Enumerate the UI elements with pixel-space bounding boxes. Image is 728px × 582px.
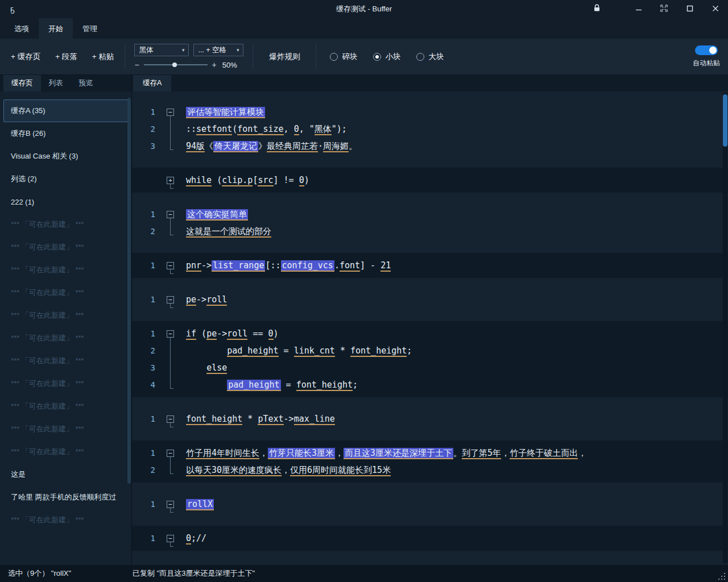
app-logo-icon: ҕ	[10, 5, 15, 14]
collapse-icon[interactable]: −	[167, 535, 174, 542]
collapse-icon[interactable]: −	[167, 109, 174, 116]
sidebar-tab[interactable]: 列表	[41, 75, 71, 92]
sidebar-tab[interactable]: 缓存页	[3, 75, 41, 92]
line-number: 2	[132, 223, 163, 240]
sidebar-item[interactable]: *** 「可在此新建」 ***	[3, 304, 128, 327]
sidebar-item[interactable]: *** 「可在此新建」 ***	[3, 418, 128, 440]
auto-paste-toggle[interactable]	[695, 45, 718, 55]
code-line[interactable]: while (clip.p[src] != 0)	[132, 172, 728, 189]
code-line[interactable]: 2这就是一个测试的部分	[132, 223, 728, 240]
chunk-radio[interactable]: 碎块	[330, 52, 357, 62]
sidebar-scrollbar[interactable]	[127, 95, 131, 544]
slider-handle[interactable]	[172, 63, 177, 67]
code-line[interactable]: 2以每天30厘米的速度疯长，仅用6周时间就能长到15米	[132, 462, 728, 479]
sidebar-item[interactable]: 缓存A (35)	[3, 99, 128, 122]
toolbar-add-button[interactable]: + 粘贴	[85, 45, 122, 68]
sidebar-item[interactable]: 了哈里 两款手机的反馈顺利度过	[3, 486, 128, 509]
lock-icon	[593, 4, 601, 14]
code-line[interactable]: 1font_height * pText->max_line	[132, 410, 728, 427]
sidebar-item[interactable]: *** 「可在此新建」 ***	[3, 236, 128, 259]
menu-tab[interactable]: 选项	[5, 18, 39, 39]
code-segment: ==	[247, 329, 268, 339]
selection-status: 选中（9个） "rollX"	[8, 568, 71, 579]
sidebar-item[interactable]: Visual Case 相关 (3)	[3, 145, 128, 168]
toolbar-add-button[interactable]: + 缓存页	[3, 45, 48, 68]
sidebar-item[interactable]: *** 「可在此新建」 ***	[3, 395, 128, 418]
code-segment: ] !=	[274, 175, 299, 185]
radio-label: 碎块	[342, 52, 357, 62]
zoom-out-button[interactable]: −	[134, 60, 139, 69]
chunk-radio[interactable]: 大块	[416, 52, 444, 62]
maximize-button[interactable]	[677, 0, 702, 18]
sidebar-scrollbar-thumb[interactable]	[127, 98, 131, 484]
code-line[interactable]: 1竹子用4年时间生长，竹芽只能长3厘米，而且这3厘米还是深埋于土下。到了第5年，…	[132, 444, 728, 462]
collapse-icon[interactable]: −	[167, 501, 174, 508]
zoom-in-button[interactable]: +	[212, 60, 217, 69]
collapse-icon[interactable]: −	[167, 211, 174, 218]
sidebar-tab[interactable]: 预览	[71, 75, 101, 92]
collapse-icon[interactable]: −	[167, 262, 174, 269]
code-line[interactable]: 394版《倚天屠龙记》最经典周芷若·周海媚。	[132, 138, 728, 155]
zoom-slider[interactable]	[144, 61, 208, 69]
collapse-icon[interactable]: −	[167, 296, 174, 304]
resize-grip[interactable]	[721, 576, 722, 577]
code-line[interactable]: 2 pad_height = link_cnt * font_height;	[132, 342, 728, 359]
code-line[interactable]: 1if (pe->roll == 0)	[132, 325, 728, 342]
sidebar-item[interactable]: 缓存B (26)	[3, 122, 128, 145]
code-segment: 最经典周芷若	[267, 141, 318, 152]
sidebar-item[interactable]: *** 「可在此新建」 ***	[3, 327, 128, 350]
minimize-button[interactable]	[626, 0, 651, 18]
code-segment: ，	[335, 448, 344, 458]
code-segment: pe	[186, 294, 196, 306]
collapse-icon[interactable]: −	[167, 450, 174, 457]
font-dropdown[interactable]: 黑体 ▾	[134, 44, 189, 56]
collapse-icon[interactable]: −	[167, 330, 174, 338]
code-line[interactable]: 1评估等智能计算模块	[132, 103, 728, 120]
sidebar-item[interactable]: 列选 (2)	[3, 168, 128, 190]
code-segment: ->	[284, 414, 294, 424]
app-window: ҕ 缓存测试 - Buffer 选项开始管理 + 缓存页+ 段落+ 粘贴	[0, 0, 728, 582]
sidebar-item[interactable]: *** 「可在此新建」 ***	[3, 509, 128, 531]
sidebar-item[interactable]: *** 「可在此新建」 ***	[3, 281, 128, 304]
toolbar-add-button[interactable]: + 段落	[48, 45, 85, 68]
line-number: 2	[132, 120, 163, 138]
fullscreen-button[interactable]	[651, 0, 677, 18]
editor-tab[interactable]: 缓存A	[133, 75, 171, 92]
menu-tab[interactable]: 管理	[73, 18, 107, 39]
sidebar-item[interactable]: *** 「可在此新建」 ***	[3, 440, 128, 463]
code-line[interactable]: 1这个确实挺简单	[132, 206, 728, 223]
auto-paste-control: 自动粘贴	[693, 45, 720, 68]
code-line[interactable]: 1rollX	[132, 496, 728, 513]
code-segment: )	[304, 175, 309, 185]
code-line[interactable]: 1pnr->list_range[::config_vcs.font] - 21	[132, 257, 728, 274]
sidebar-tabs: 缓存页列表预览	[0, 75, 131, 92]
close-button[interactable]	[702, 0, 728, 18]
sidebar-item[interactable]: *** 「可在此新建」 ***	[3, 372, 128, 395]
sidebar-item[interactable]: 这是	[3, 463, 128, 486]
code-segment: 94版	[186, 141, 205, 152]
code-line[interactable]: 10;//	[132, 530, 728, 547]
explode-rules-button[interactable]: 爆炸规则	[257, 45, 312, 68]
expand-icon[interactable]: +	[167, 177, 174, 184]
space-dropdown[interactable]: ... + 空格 ▾	[193, 44, 243, 56]
sidebar-item[interactable]: *** 「可在此新建」 ***	[3, 350, 128, 372]
radio-label: 大块	[428, 52, 444, 62]
lock-button[interactable]	[584, 0, 610, 18]
code-line[interactable]: 4 pad_height = font_height;	[132, 376, 728, 393]
collapse-icon[interactable]: −	[167, 415, 174, 423]
code-line[interactable]: 1pe->roll	[132, 291, 728, 308]
code-line[interactable]: 3 else	[132, 359, 728, 376]
radio-icon	[416, 53, 424, 61]
sidebar-item[interactable]: 222 (1)	[3, 190, 128, 213]
code-block: +while (clip.p[src] != 0)	[132, 163, 728, 197]
sidebar-item[interactable]: *** 「可在此新建」 ***	[3, 259, 128, 281]
fullscreen-icon	[660, 4, 668, 14]
sidebar-item[interactable]: *** 「可在此新建」 ***	[3, 213, 128, 236]
menu-tab[interactable]: 开始	[39, 18, 73, 39]
code-text: while (clip.p[src] != 0)	[186, 175, 309, 186]
chunk-radio[interactable]: 小块	[373, 52, 400, 62]
radio-icon	[330, 53, 338, 61]
code-segment: ] -	[360, 260, 380, 271]
code-line[interactable]: 2::setfont(font_size, 0, "黑体");	[132, 120, 728, 138]
code-text: if (pe->roll == 0)	[186, 329, 279, 340]
